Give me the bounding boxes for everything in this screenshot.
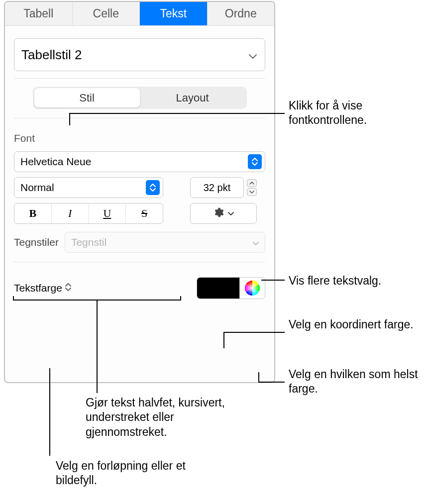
character-style-placeholder: Tegnstil xyxy=(71,236,106,248)
table-style-label: Tabellstil 2 xyxy=(21,47,82,63)
font-style-value: Normal xyxy=(20,182,54,194)
text-color-controls xyxy=(197,277,265,299)
updown-icon xyxy=(248,154,262,169)
font-section-label: Font xyxy=(14,132,265,144)
divider xyxy=(14,262,265,262)
callout-coordinated-color: Velg en koordinert farge. xyxy=(289,317,418,332)
more-text-options-button[interactable] xyxy=(190,203,257,224)
color-picker-button[interactable] xyxy=(240,278,265,299)
stil-layout-segment: Stil Layout xyxy=(14,87,265,109)
inspector-tabs: Tabell Celle Tekst Ordne xyxy=(5,2,274,26)
chevron-down-icon xyxy=(228,209,234,218)
tab-celle[interactable]: Celle xyxy=(73,2,140,25)
character-style-popup[interactable]: Tegnstil xyxy=(65,232,265,253)
text-color-label: Tekstfarge xyxy=(14,282,62,294)
tab-tabell[interactable]: Tabell xyxy=(5,2,73,25)
tab-ordne[interactable]: Ordne xyxy=(208,2,275,25)
font-size-step-up[interactable] xyxy=(247,179,257,187)
font-size-step-down[interactable] xyxy=(247,188,257,196)
inspector-panel: Tabell Celle Tekst Ordne Tabellstil 2 St… xyxy=(4,1,275,383)
callout-bius: Gjør tekst halvfet, kursivert, understre… xyxy=(86,396,250,439)
callout-any-color: Velg en hvilken som helst farge. xyxy=(289,367,418,397)
underline-button[interactable]: U xyxy=(89,203,126,223)
font-family-popup[interactable]: Helvetica Neue xyxy=(14,151,265,172)
text-color-popup[interactable]: Tekstfarge xyxy=(14,282,71,294)
segment-stil[interactable]: Stil xyxy=(34,88,140,107)
font-size-field[interactable]: 32 pkt xyxy=(190,177,244,198)
updown-icon xyxy=(65,282,71,294)
divider xyxy=(14,78,265,79)
table-style-popup[interactable]: Tabellstil 2 xyxy=(14,38,265,71)
chevron-down-icon xyxy=(249,47,257,63)
font-style-popup[interactable]: Normal xyxy=(14,177,163,198)
character-styles-label: Tegnstiler xyxy=(14,236,59,248)
font-family-value: Helvetica Neue xyxy=(20,156,91,168)
color-well[interactable] xyxy=(197,278,240,299)
segment-layout[interactable]: Layout xyxy=(140,88,245,107)
updown-icon xyxy=(146,180,160,195)
callout-gradient-fill: Velg en forløpning eller et bildefyll. xyxy=(56,459,205,488)
font-size-group: 32 pkt xyxy=(190,177,257,198)
italic-button[interactable]: I xyxy=(52,203,89,223)
callout-more-text-options: Vis flere tekstvalg. xyxy=(289,274,418,288)
callout-font-controls: Klikk for å vise fontkontrollene. xyxy=(289,99,418,128)
bold-button[interactable]: B xyxy=(14,203,52,223)
color-wheel-icon xyxy=(245,281,260,296)
callout-bracket xyxy=(12,295,182,305)
divider xyxy=(14,118,265,118)
bius-group: B I U S xyxy=(14,203,163,224)
strikethrough-button[interactable]: S xyxy=(126,203,163,223)
tab-tekst[interactable]: Tekst xyxy=(140,2,208,25)
svg-point-0 xyxy=(245,281,260,296)
chevron-down-icon xyxy=(253,236,259,248)
gear-icon xyxy=(213,207,224,220)
